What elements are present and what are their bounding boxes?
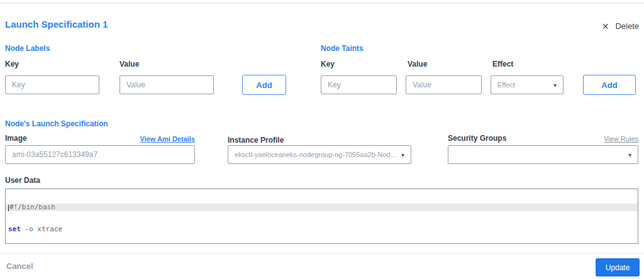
- image-label-row: Image View Ami Details: [5, 134, 195, 143]
- code-line: #!/bin/bash: [6, 204, 638, 211]
- node-labels-value-input[interactable]: [119, 75, 214, 94]
- launch-specification-panel: Launch Specification 1 ✕ Delete Node Lab…: [0, 0, 644, 279]
- security-groups-label: Security Groups: [448, 134, 506, 143]
- image-input[interactable]: [5, 145, 195, 164]
- close-icon: ✕: [602, 22, 609, 31]
- node-taints-value-input[interactable]: [406, 75, 482, 94]
- view-rules-link[interactable]: View Rules: [604, 135, 638, 143]
- instance-profile-label: Instance Profile: [228, 136, 284, 145]
- node-taints-value-label: Value: [408, 60, 427, 68]
- delete-label: Delete: [615, 21, 639, 31]
- code-text: #!/bin/bash: [9, 203, 55, 211]
- user-data-label: User Data: [5, 176, 40, 185]
- node-labels-add-button[interactable]: Add: [242, 75, 286, 95]
- node-labels-key-label: Key: [5, 60, 19, 68]
- view-ami-details-link[interactable]: View Ami Details: [140, 135, 195, 143]
- chevron-down-icon: ▾: [553, 82, 557, 89]
- node-taints-key-label: Key: [321, 60, 335, 68]
- effect-placeholder: Effect: [497, 81, 550, 89]
- node-labels-key-input[interactable]: [5, 75, 99, 94]
- top-divider: [0, 3, 644, 4]
- node-taints-add-button[interactable]: Add: [583, 75, 636, 95]
- node-taints-key-input[interactable]: [321, 75, 397, 94]
- security-groups-select[interactable]: ▾: [448, 145, 638, 164]
- code-keyword: set: [8, 225, 21, 233]
- code-line: set -o xtrace: [6, 226, 638, 233]
- node-taints-effect-select[interactable]: Effect ▾: [491, 75, 564, 94]
- image-label: Image: [5, 134, 27, 143]
- node-labels-value-label: Value: [119, 60, 139, 68]
- page-title: Launch Specification 1: [5, 19, 108, 30]
- node-taints-effect-label: Effect: [492, 60, 513, 68]
- user-data-editor[interactable]: #!/bin/bash set -o xtrace /etc/eks/boots…: [5, 189, 638, 244]
- launch-spec-heading: Node's Launch Specification: [5, 119, 108, 128]
- node-taints-heading: Node Taints: [321, 44, 364, 53]
- security-groups-label-row: Security Groups View Rules: [448, 134, 638, 143]
- footer-divider: [0, 253, 644, 254]
- text-cursor: [8, 205, 9, 211]
- instance-profile-value: eksctl-yaeloceaneks-nodegroup-ng-7055aa2…: [235, 151, 397, 158]
- instance-profile-select[interactable]: eksctl-yaeloceaneks-nodegroup-ng-7055aa2…: [228, 145, 411, 164]
- delete-button[interactable]: ✕ Delete: [602, 21, 639, 31]
- cancel-button[interactable]: Cancel: [6, 261, 33, 271]
- update-button[interactable]: Update: [596, 258, 640, 276]
- chevron-down-icon: ▾: [401, 151, 404, 158]
- node-labels-heading: Node Labels: [5, 44, 50, 53]
- chevron-down-icon: ▾: [628, 151, 631, 158]
- code-text: -o xtrace: [21, 225, 62, 233]
